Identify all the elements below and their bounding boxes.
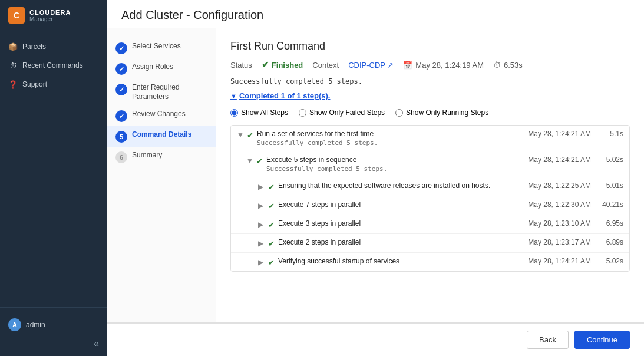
completed-link[interactable]: ▼ Completed 1 of 1 step(s). (230, 91, 630, 100)
status-check-3: ✔ (268, 202, 275, 210)
status-check-6: ✔ (268, 258, 275, 267)
status-bar: Status ✔ Finished Context CDIP-CDP ↗ 📅 M… (230, 60, 630, 70)
step-5-command-details[interactable]: 5 Command Details (107, 126, 216, 147)
step-4-indicator: ✓ (115, 110, 127, 122)
cmd-duration-2: 5.01s (591, 182, 623, 190)
step-5-label: Command Details (132, 130, 191, 140)
back-button[interactable]: Back (527, 331, 569, 349)
cmd-date-1: May 28, 1:24:21 AM (508, 156, 591, 164)
filter-row: Show All Steps Show Only Failed Steps Sh… (230, 108, 630, 117)
step-1-select-services[interactable]: ✓ Select Services (107, 38, 216, 58)
expand-icon-3[interactable]: ▶ (258, 202, 266, 210)
step-2-label: Assign Roles (132, 62, 173, 72)
expand-icon-5[interactable]: ▶ (258, 239, 266, 248)
step-5-indicator: 5 (115, 131, 127, 143)
step-1-label: Select Services (132, 42, 181, 51)
cmd-duration-6: 5.02s (591, 257, 623, 265)
section-title: First Run Command (230, 40, 630, 52)
sidebar-item-parcels[interactable]: 📦 Parcels (0, 37, 107, 56)
app-subtitle: Manager (29, 16, 71, 22)
expand-icon-1[interactable]: ▼ (246, 157, 255, 165)
cmd-date-0: May 28, 1:24:21 AM (508, 130, 591, 138)
context-link[interactable]: CDIP-CDP ↗ (348, 61, 394, 70)
cmd-date-6: May 28, 1:24:21 AM (508, 257, 591, 265)
step-3-required-params[interactable]: ✓ Enter Required Parameters (107, 79, 216, 106)
cmd-duration-1: 5.02s (591, 156, 623, 164)
finished-icon: ✔ (262, 60, 269, 70)
expand-icon-4[interactable]: ▶ (258, 220, 266, 229)
step-6-indicator: 6 (115, 151, 127, 163)
chevron-down-icon: ▼ (230, 93, 237, 100)
username-label: admin (26, 321, 45, 329)
cmd-text-3: Execute 7 steps in parallel (278, 200, 508, 209)
expand-icon-2[interactable]: ▶ (258, 183, 266, 191)
status-check-4: ✔ (268, 220, 275, 229)
table-row: ▶ ✔ Execute 3 steps in parallel May 28, … (231, 215, 629, 234)
collapse-button[interactable]: « (0, 336, 107, 351)
avatar: A (8, 318, 21, 331)
step-3-label: Enter Required Parameters (132, 83, 207, 101)
expand-icon-0[interactable]: ▼ (237, 131, 245, 139)
content-area: ✓ Select Services ✓ Assign Roles ✓ Enter… (107, 28, 644, 322)
cmd-date-3: May 28, 1:22:30 AM (508, 200, 591, 209)
sidebar-item-label-recent: Recent Commands (22, 61, 83, 70)
status-label: Status (230, 61, 252, 70)
page-header: Add Cluster - Configuration (107, 0, 644, 28)
step-6-summary[interactable]: 6 Summary (107, 147, 216, 167)
sidebar-nav: 📦 Parcels ⏱ Recent Commands ❓ Support (0, 31, 107, 307)
table-row: ▶ ✔ Ensuring that the expected software … (231, 177, 629, 196)
cmd-text-1: Execute 5 steps in sequence Successfully… (266, 156, 508, 173)
cmd-text-4: Execute 3 steps in parallel (278, 219, 508, 228)
calendar-icon: 📅 (403, 61, 412, 70)
continue-button[interactable]: Continue (574, 331, 630, 349)
parcels-icon: 📦 (8, 42, 18, 51)
step-2-assign-roles[interactable]: ✓ Assign Roles (107, 58, 216, 79)
date-meta: 📅 May 28, 1:24:19 AM (403, 61, 484, 70)
filter-running[interactable]: Show Only Running Steps (395, 108, 488, 117)
cmd-text-5: Execute 2 steps in parallel (278, 238, 508, 246)
external-link-icon: ↗ (387, 61, 394, 70)
main-panel: First Run Command Status ✔ Finished Cont… (216, 28, 644, 322)
step-2-indicator: ✓ (115, 63, 127, 75)
sidebar-bottom: A admin « (0, 307, 107, 356)
app-title: CLOUDERA (29, 9, 71, 16)
sidebar: C CLOUDERA Manager 📦 Parcels ⏱ Recent Co… (0, 0, 107, 356)
cmd-text-0: Run a set of services for the first time… (257, 130, 508, 147)
cmd-text-2: Ensuring that the expected software rele… (278, 182, 508, 190)
status-check-5: ✔ (268, 239, 275, 248)
expand-icon-6[interactable]: ▶ (258, 258, 266, 266)
table-row: ▶ ✔ Execute 7 steps in parallel May 28, … (231, 196, 629, 215)
cmd-text-6: Verifying successful startup of services (278, 257, 508, 265)
clock-icon: ⏱ (493, 61, 501, 70)
footer: Back Continue (107, 323, 644, 356)
user-menu[interactable]: A admin (0, 314, 107, 336)
status-check-0: ✔ (247, 131, 253, 140)
table-row: ▼ ✔ Execute 5 steps in sequence Successf… (231, 151, 629, 177)
success-message: Successfully completed 5 steps. (230, 77, 630, 85)
cmd-date-2: May 28, 1:22:25 AM (508, 182, 591, 190)
cmd-duration-0: 5.1s (591, 130, 623, 138)
step-1-indicator: ✓ (115, 42, 127, 54)
main-content: Add Cluster - Configuration ✓ Select Ser… (107, 0, 644, 356)
status-check-1: ✔ (256, 157, 263, 166)
page-title: Add Cluster - Configuration (121, 8, 630, 22)
sidebar-item-recent-commands[interactable]: ⏱ Recent Commands (0, 56, 107, 75)
cmd-duration-4: 6.95s (591, 219, 623, 228)
filter-failed[interactable]: Show Only Failed Steps (299, 108, 385, 117)
table-row: ▼ ✔ Run a set of services for the first … (231, 126, 629, 151)
commands-table: ▼ ✔ Run a set of services for the first … (230, 125, 630, 272)
cmd-duration-3: 40.21s (591, 200, 623, 209)
support-icon: ❓ (8, 80, 18, 89)
recent-commands-icon: ⏱ (8, 61, 18, 70)
filter-all[interactable]: Show All Steps (230, 108, 288, 117)
sidebar-item-support[interactable]: ❓ Support (0, 75, 107, 94)
step-6-label: Summary (132, 151, 162, 160)
cmd-date-5: May 28, 1:23:17 AM (508, 238, 591, 246)
step-4-review-changes[interactable]: ✓ Review Changes (107, 106, 216, 126)
context-label: Context (312, 61, 339, 70)
chevron-left-icon: « (94, 338, 99, 349)
logo-icon: C (8, 7, 25, 24)
step-4-label: Review Changes (132, 110, 186, 119)
status-value: ✔ Finished (262, 60, 303, 70)
step-3-indicator: ✓ (115, 84, 127, 95)
